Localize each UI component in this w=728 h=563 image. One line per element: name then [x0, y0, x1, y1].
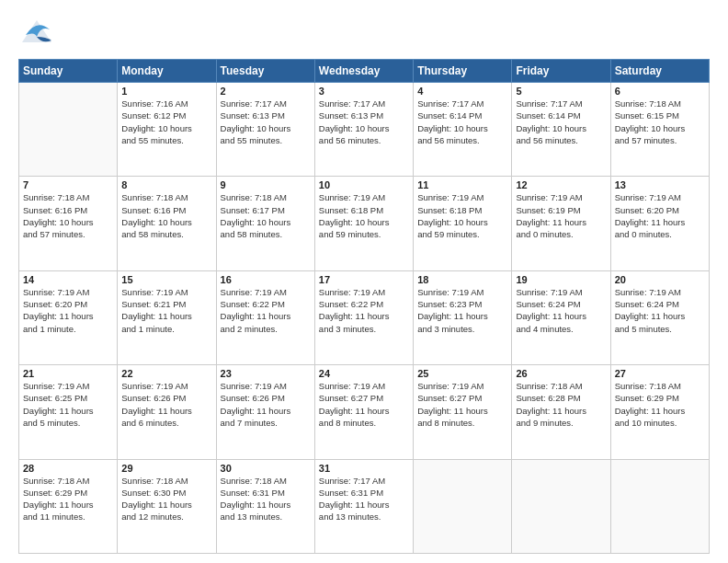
day-number: 21: [23, 368, 113, 379]
day-number: 16: [221, 274, 311, 285]
calendar-cell: 26Sunrise: 7:18 AMSunset: 6:28 PMDayligh…: [512, 365, 610, 459]
weekday-header-tuesday: Tuesday: [216, 60, 314, 83]
day-number: 22: [121, 368, 211, 379]
week-row-2: 7Sunrise: 7:18 AMSunset: 6:16 PMDaylight…: [19, 177, 710, 270]
day-info: Sunrise: 7:19 AMSunset: 6:20 PMDaylight:…: [23, 286, 113, 335]
day-info: Sunrise: 7:19 AMSunset: 6:22 PMDaylight:…: [319, 286, 409, 335]
day-info: Sunrise: 7:18 AMSunset: 6:29 PMDaylight:…: [615, 380, 705, 429]
calendar-cell: [610, 459, 709, 553]
header: [18, 17, 710, 50]
week-row-5: 28Sunrise: 7:18 AMSunset: 6:29 PMDayligh…: [19, 459, 710, 553]
logo: [18, 17, 55, 50]
day-info: Sunrise: 7:19 AMSunset: 6:22 PMDaylight:…: [221, 286, 311, 335]
calendar-table: SundayMondayTuesdayWednesdayThursdayFrid…: [18, 59, 710, 554]
page: SundayMondayTuesdayWednesdayThursdayFrid…: [0, 0, 728, 563]
day-number: 3: [319, 86, 409, 97]
calendar-cell: 30Sunrise: 7:18 AMSunset: 6:31 PMDayligh…: [216, 459, 314, 553]
day-info: Sunrise: 7:18 AMSunset: 6:16 PMDaylight:…: [121, 191, 211, 240]
week-row-1: 1Sunrise: 7:16 AMSunset: 6:12 PMDaylight…: [19, 83, 710, 177]
weekday-header-sunday: Sunday: [19, 60, 118, 83]
day-info: Sunrise: 7:19 AMSunset: 6:26 PMDaylight:…: [221, 380, 311, 429]
calendar-cell: 25Sunrise: 7:19 AMSunset: 6:27 PMDayligh…: [414, 365, 512, 459]
calendar-cell: 15Sunrise: 7:19 AMSunset: 6:21 PMDayligh…: [118, 270, 216, 364]
day-info: Sunrise: 7:19 AMSunset: 6:18 PMDaylight:…: [319, 191, 409, 240]
weekday-header-thursday: Thursday: [414, 60, 512, 83]
day-info: Sunrise: 7:16 AMSunset: 6:12 PMDaylight:…: [121, 98, 211, 146]
day-number: 4: [417, 86, 507, 97]
day-number: 11: [417, 179, 507, 190]
day-info: Sunrise: 7:18 AMSunset: 6:28 PMDaylight:…: [516, 380, 606, 429]
calendar-cell: 17Sunrise: 7:19 AMSunset: 6:22 PMDayligh…: [314, 270, 413, 364]
calendar-cell: [414, 459, 512, 553]
day-number: 9: [221, 179, 311, 190]
day-number: 30: [221, 463, 311, 474]
day-number: 12: [516, 179, 606, 190]
day-info: Sunrise: 7:19 AMSunset: 6:21 PMDaylight:…: [121, 286, 211, 335]
day-number: 10: [319, 179, 409, 190]
day-info: Sunrise: 7:18 AMSunset: 6:29 PMDaylight:…: [23, 475, 113, 523]
day-number: 19: [516, 274, 606, 285]
calendar-cell: 7Sunrise: 7:18 AMSunset: 6:16 PMDaylight…: [19, 177, 118, 270]
day-number: 2: [221, 86, 311, 97]
weekday-header-saturday: Saturday: [610, 60, 709, 83]
calendar-cell: 13Sunrise: 7:19 AMSunset: 6:20 PMDayligh…: [610, 177, 709, 270]
calendar-cell: 3Sunrise: 7:17 AMSunset: 6:13 PMDaylight…: [314, 83, 413, 177]
day-number: 25: [417, 368, 507, 379]
day-number: 6: [615, 86, 705, 97]
day-number: 20: [615, 274, 705, 285]
day-number: 7: [23, 179, 113, 190]
day-info: Sunrise: 7:17 AMSunset: 6:13 PMDaylight:…: [319, 98, 409, 146]
weekday-header-row: SundayMondayTuesdayWednesdayThursdayFrid…: [19, 60, 710, 83]
calendar-cell: 8Sunrise: 7:18 AMSunset: 6:16 PMDaylight…: [118, 177, 216, 270]
calendar-cell: [19, 83, 118, 177]
weekday-header-wednesday: Wednesday: [314, 60, 413, 83]
day-info: Sunrise: 7:19 AMSunset: 6:27 PMDaylight:…: [319, 380, 409, 429]
calendar-cell: 16Sunrise: 7:19 AMSunset: 6:22 PMDayligh…: [216, 270, 314, 364]
day-info: Sunrise: 7:19 AMSunset: 6:18 PMDaylight:…: [417, 191, 507, 240]
calendar-cell: 18Sunrise: 7:19 AMSunset: 6:23 PMDayligh…: [414, 270, 512, 364]
day-number: 18: [417, 274, 507, 285]
calendar-cell: 31Sunrise: 7:17 AMSunset: 6:31 PMDayligh…: [314, 459, 413, 553]
week-row-3: 14Sunrise: 7:19 AMSunset: 6:20 PMDayligh…: [19, 270, 710, 364]
calendar-cell: 19Sunrise: 7:19 AMSunset: 6:24 PMDayligh…: [512, 270, 610, 364]
day-number: 13: [615, 179, 705, 190]
day-number: 23: [221, 368, 311, 379]
day-number: 5: [516, 86, 606, 97]
day-info: Sunrise: 7:17 AMSunset: 6:13 PMDaylight:…: [221, 98, 311, 146]
day-info: Sunrise: 7:19 AMSunset: 6:26 PMDaylight:…: [121, 380, 211, 429]
calendar-cell: [512, 459, 610, 553]
day-info: Sunrise: 7:18 AMSunset: 6:31 PMDaylight:…: [221, 475, 311, 523]
day-info: Sunrise: 7:19 AMSunset: 6:23 PMDaylight:…: [417, 286, 507, 335]
day-info: Sunrise: 7:18 AMSunset: 6:17 PMDaylight:…: [221, 191, 311, 240]
calendar-cell: 5Sunrise: 7:17 AMSunset: 6:14 PMDaylight…: [512, 83, 610, 177]
calendar-cell: 14Sunrise: 7:19 AMSunset: 6:20 PMDayligh…: [19, 270, 118, 364]
calendar-cell: 9Sunrise: 7:18 AMSunset: 6:17 PMDaylight…: [216, 177, 314, 270]
day-number: 17: [319, 274, 409, 285]
day-info: Sunrise: 7:17 AMSunset: 6:14 PMDaylight:…: [516, 98, 606, 146]
calendar-cell: 23Sunrise: 7:19 AMSunset: 6:26 PMDayligh…: [216, 365, 314, 459]
calendar-cell: 4Sunrise: 7:17 AMSunset: 6:14 PMDaylight…: [414, 83, 512, 177]
day-info: Sunrise: 7:19 AMSunset: 6:27 PMDaylight:…: [417, 380, 507, 429]
logo-icon: [18, 17, 51, 50]
calendar-cell: 21Sunrise: 7:19 AMSunset: 6:25 PMDayligh…: [19, 365, 118, 459]
day-number: 27: [615, 368, 705, 379]
day-info: Sunrise: 7:18 AMSunset: 6:16 PMDaylight:…: [23, 191, 113, 240]
day-info: Sunrise: 7:19 AMSunset: 6:20 PMDaylight:…: [615, 191, 705, 240]
calendar-cell: 29Sunrise: 7:18 AMSunset: 6:30 PMDayligh…: [118, 459, 216, 553]
weekday-header-friday: Friday: [512, 60, 610, 83]
calendar-cell: 27Sunrise: 7:18 AMSunset: 6:29 PMDayligh…: [610, 365, 709, 459]
calendar-cell: 22Sunrise: 7:19 AMSunset: 6:26 PMDayligh…: [118, 365, 216, 459]
day-number: 24: [319, 368, 409, 379]
calendar-cell: 2Sunrise: 7:17 AMSunset: 6:13 PMDaylight…: [216, 83, 314, 177]
day-number: 29: [121, 463, 211, 474]
calendar-cell: 6Sunrise: 7:18 AMSunset: 6:15 PMDaylight…: [610, 83, 709, 177]
day-info: Sunrise: 7:19 AMSunset: 6:19 PMDaylight:…: [516, 191, 606, 240]
calendar-cell: 28Sunrise: 7:18 AMSunset: 6:29 PMDayligh…: [19, 459, 118, 553]
day-number: 1: [121, 86, 211, 97]
day-number: 26: [516, 368, 606, 379]
calendar-cell: 24Sunrise: 7:19 AMSunset: 6:27 PMDayligh…: [314, 365, 413, 459]
weekday-header-monday: Monday: [118, 60, 216, 83]
calendar-cell: 20Sunrise: 7:19 AMSunset: 6:24 PMDayligh…: [610, 270, 709, 364]
day-number: 8: [121, 179, 211, 190]
calendar-cell: 1Sunrise: 7:16 AMSunset: 6:12 PMDaylight…: [118, 83, 216, 177]
